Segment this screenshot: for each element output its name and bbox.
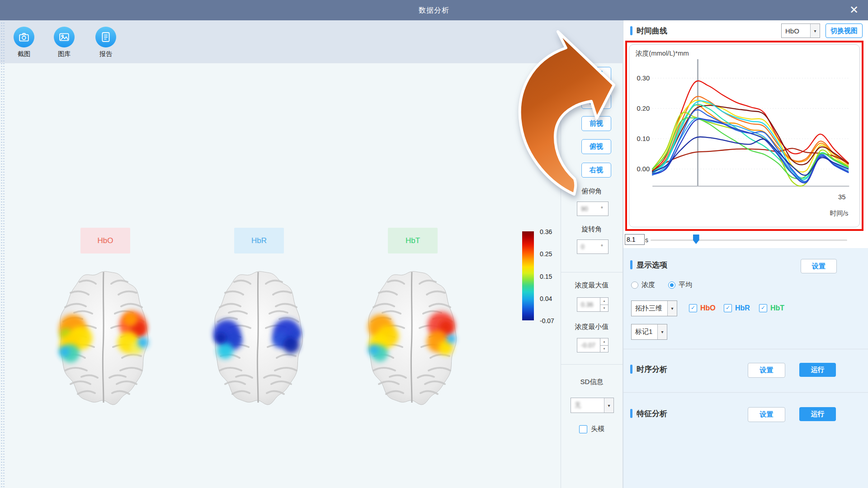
rotate-angle-value: 0 bbox=[577, 243, 601, 250]
conc-min-spinner[interactable]: -0.07 ▲▼ bbox=[577, 338, 609, 352]
pitch-angle-value: 90 bbox=[577, 205, 601, 212]
screenshot-label: 截图 bbox=[9, 50, 39, 58]
map-label-hbo: HbO bbox=[80, 228, 130, 253]
hbo-checkbox-label: HbO bbox=[700, 304, 716, 312]
screenshot-button[interactable]: 截图 bbox=[9, 27, 39, 58]
activation-patch bbox=[447, 334, 456, 343]
head-model-row: 头模 bbox=[561, 425, 623, 433]
view-control-panel: 左视 后视 前视 俯视 右视 俯仰角 90 ° 旋转角 0 ° 浓度最大值 0.… bbox=[561, 63, 623, 488]
report-label: 报告 bbox=[91, 50, 121, 58]
checkbox-checked-icon: ✓ bbox=[759, 304, 767, 312]
degree-unit: ° bbox=[601, 206, 608, 212]
brain-map-hbt[interactable] bbox=[361, 266, 463, 409]
section-tick bbox=[630, 26, 632, 35]
gallery-label: 图库 bbox=[49, 50, 79, 58]
conc-max-spinner[interactable]: 0.36 ▲▼ bbox=[577, 297, 609, 312]
hbr-checkbox[interactable]: ✓ HbR bbox=[724, 304, 750, 312]
checkbox-checked-icon: ✓ bbox=[724, 304, 732, 312]
close-icon[interactable]: ✕ bbox=[846, 4, 862, 17]
rotate-angle-label: 旋转角 bbox=[561, 225, 623, 234]
time-slider-handle[interactable] bbox=[693, 235, 699, 244]
radio-average[interactable]: 平均 bbox=[668, 281, 692, 289]
feature-settings-button[interactable]: 设置 bbox=[748, 407, 785, 422]
report-icon bbox=[95, 27, 116, 47]
options-zone: 显示选项 设置 浓度 平均 拓扑三维 ▾ ✓ HbO ✓ HbR bbox=[623, 248, 868, 488]
timeseries-title: 时序分析 bbox=[637, 364, 667, 375]
radio-selected-icon bbox=[668, 282, 675, 289]
map-label-hbt: HbT bbox=[388, 228, 438, 253]
spin-down-icon[interactable]: ▼ bbox=[600, 346, 608, 352]
time-slider-track[interactable] bbox=[651, 239, 847, 241]
activation-patch bbox=[368, 344, 379, 355]
brain-midline bbox=[411, 272, 412, 403]
time-slider-row: s bbox=[623, 233, 868, 248]
time-input[interactable] bbox=[625, 234, 645, 245]
activation-patch bbox=[283, 337, 299, 353]
section-tick bbox=[630, 365, 632, 374]
activation-patch bbox=[217, 343, 233, 359]
y-tick-label: 0.20 bbox=[637, 105, 650, 112]
head-model-checkbox[interactable] bbox=[579, 425, 587, 433]
view-left-button[interactable]: 左视 bbox=[581, 67, 611, 82]
hbr-checkbox-label: HbR bbox=[735, 304, 750, 312]
gallery-icon bbox=[54, 27, 75, 47]
time-curve-chart-frame: 浓度(mmol/L)*mm0.300.200.100.0035时间/s bbox=[625, 41, 863, 231]
chart-x-axis-label: 时间/s bbox=[830, 210, 848, 217]
timeseries-run-button[interactable]: 运行 bbox=[799, 363, 836, 377]
brain-canvas: HbO HbR HbT 0.360.250.150.04-0.07 bbox=[0, 63, 623, 488]
chevron-down-icon[interactable]: ▾ bbox=[657, 324, 667, 339]
view-back-button[interactable]: 后视 bbox=[581, 94, 611, 109]
gallery-button[interactable]: 图库 bbox=[49, 27, 79, 58]
curve-series bbox=[652, 119, 848, 183]
spin-up-icon[interactable]: ▲ bbox=[600, 338, 608, 346]
checkbox-checked-icon: ✓ bbox=[689, 304, 697, 312]
feature-run-button[interactable]: 运行 bbox=[799, 407, 836, 421]
hemoglobin-dropdown[interactable]: HbO ▾ bbox=[781, 23, 820, 38]
chevron-down-icon[interactable]: ▾ bbox=[604, 398, 613, 413]
hbt-checkbox[interactable]: ✓ HbT bbox=[759, 304, 784, 312]
time-curve-chart: 浓度(mmol/L)*mm0.300.200.100.0035时间/s bbox=[629, 44, 860, 227]
title-bar: 数据分析 ✕ bbox=[0, 0, 868, 20]
y-tick-label: 0.00 bbox=[637, 165, 650, 173]
sd-info-dropdown[interactable]: 无 ▾ bbox=[571, 398, 614, 413]
spin-down-icon[interactable]: ▼ bbox=[600, 305, 608, 312]
report-button[interactable]: 报告 bbox=[91, 27, 121, 58]
radio-concentration-label: 浓度 bbox=[642, 281, 655, 289]
activation-patch bbox=[59, 346, 70, 357]
radio-icon bbox=[631, 282, 638, 289]
time-unit-label: s bbox=[645, 236, 648, 244]
brain-map-hbr[interactable] bbox=[207, 266, 309, 409]
hbt-checkbox-label: HbT bbox=[770, 304, 784, 312]
chevron-down-icon[interactable]: ▾ bbox=[810, 24, 820, 38]
divider bbox=[561, 364, 623, 365]
hemoglobin-dropdown-value: HbO bbox=[782, 27, 810, 35]
radio-concentration[interactable]: 浓度 bbox=[631, 281, 655, 289]
display-options-title: 显示选项 bbox=[637, 260, 667, 270]
activation-patch bbox=[123, 312, 137, 326]
topology-dropdown-value: 拓扑三维 bbox=[632, 304, 667, 313]
switch-view-button[interactable]: 切换视图 bbox=[826, 23, 863, 38]
view-front-button[interactable]: 前视 bbox=[581, 116, 611, 131]
divider bbox=[623, 349, 868, 349]
spin-up-icon[interactable]: ▲ bbox=[600, 298, 608, 305]
brain-midline bbox=[103, 272, 104, 403]
timeseries-settings-button[interactable]: 设置 bbox=[748, 363, 785, 378]
activation-patch bbox=[137, 337, 148, 348]
chevron-down-icon[interactable]: ▾ bbox=[667, 301, 677, 316]
brain-map-hbo[interactable] bbox=[52, 266, 155, 409]
hbo-checkbox[interactable]: ✓ HbO bbox=[689, 304, 716, 312]
degree-unit: ° bbox=[601, 244, 608, 250]
rotate-angle-spinner[interactable]: 0 ° bbox=[577, 239, 609, 254]
display-settings-button[interactable]: 设置 bbox=[801, 259, 837, 273]
view-top-button[interactable]: 俯视 bbox=[581, 139, 611, 154]
pitch-angle-spinner[interactable]: 90 ° bbox=[577, 202, 609, 216]
map-label-hbr: HbR bbox=[234, 228, 284, 253]
view-right-button[interactable]: 右视 bbox=[581, 163, 611, 178]
y-tick-label: 0.30 bbox=[637, 75, 650, 82]
curve-series bbox=[652, 101, 848, 178]
y-tick-label: 0.10 bbox=[637, 135, 650, 142]
marker-dropdown[interactable]: 标记1 ▾ bbox=[631, 324, 667, 340]
topology-dropdown[interactable]: 拓扑三维 ▾ bbox=[631, 300, 677, 316]
conc-min-label: 浓度最小值 bbox=[561, 323, 623, 331]
sd-info-label: SD信息 bbox=[561, 378, 623, 386]
